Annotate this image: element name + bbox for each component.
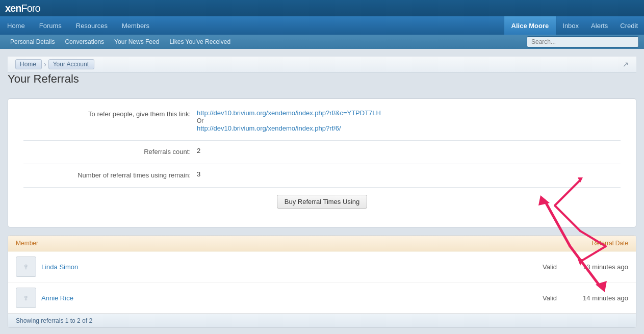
subnav-conversations[interactable]: Conversations [60, 35, 109, 49]
avatar-icon-linda: ♀ [22, 262, 30, 272]
referral-link-label: To refer people, give them this link: [23, 109, 197, 118]
referral-link-2[interactable]: http://dev10.brivium.org/xendemo/index.p… [197, 124, 381, 132]
breadcrumb-items-top: Home › Your Account [15, 59, 94, 69]
divider-1 [23, 140, 621, 141]
logo: xenForo [5, 3, 40, 14]
avatar-icon-annie: ♀ [22, 293, 30, 303]
member-name-linda[interactable]: Linda Simon [41, 263, 526, 271]
table-row: ♀ Annie Rice Valid 14 minutes ago [8, 282, 636, 314]
referral-count-value: 2 [197, 147, 200, 155]
main-content: Home › Your Account ↗ Your Referrals To … [0, 49, 644, 334]
breadcrumb-sep-top: › [44, 60, 46, 68]
nav-resources[interactable]: Resources [69, 16, 115, 35]
buy-button-row: Buy Referral Times Using [23, 194, 621, 209]
sub-nav: Personal Details Conversations Your News… [0, 35, 644, 49]
breadcrumb-account-top[interactable]: Your Account [48, 59, 94, 69]
referral-link-values: http://dev10.brivium.org/xendemo/index.p… [197, 109, 381, 132]
member-name-annie[interactable]: Annie Rice [41, 294, 526, 302]
content-wrapper: To refer people, give them this link: ht… [8, 98, 636, 328]
search-input[interactable] [527, 36, 639, 47]
divider-2 [23, 164, 621, 164]
logo-foro: Foro [21, 3, 40, 14]
referral-link-or: Or [197, 117, 203, 124]
nav-user[interactable]: Alice Moore [504, 16, 557, 35]
breadcrumb-expand-icon-top[interactable]: ↗ [623, 60, 629, 68]
divider-3 [23, 187, 621, 188]
nav-credit[interactable]: Credit [614, 16, 644, 35]
search-bar [527, 36, 639, 47]
th-date: Referral Date [592, 240, 628, 247]
top-bar: xenForo [0, 0, 644, 16]
nav-home[interactable]: Home [0, 16, 32, 35]
table-header: Member Referral Date [8, 236, 636, 251]
table-row: ♀ Linda Simon Valid 13 minutes ago [8, 251, 636, 282]
subnav-news-feed[interactable]: Your News Feed [109, 35, 164, 49]
referral-count-row: Referrals count: 2 [23, 147, 621, 156]
buy-referral-button[interactable]: Buy Referral Times Using [277, 195, 367, 209]
member-date-linda: 13 minutes ago [567, 263, 628, 271]
referral-remain-value: 3 [197, 170, 200, 178]
referral-count-label: Referrals count: [23, 147, 197, 156]
member-status-linda: Valid [526, 263, 557, 271]
table-section: Member Referral Date ♀ Linda Simon Valid… [8, 235, 636, 328]
member-date-annie: 14 minutes ago [567, 294, 628, 302]
nav-right: Alice Moore Inbox Alerts Credit [504, 16, 644, 35]
referral-link-row: To refer people, give them this link: ht… [23, 109, 621, 132]
subnav-personal-details[interactable]: Personal Details [5, 35, 60, 49]
nav-forums[interactable]: Forums [32, 16, 69, 35]
breadcrumb-home-top[interactable]: Home [15, 59, 42, 69]
th-member: Member [16, 240, 592, 247]
nav-alerts[interactable]: Alerts [585, 16, 614, 35]
nav-members[interactable]: Members [115, 16, 157, 35]
table-footer: Showing referrals 1 to 2 of 2 [8, 314, 636, 327]
page-title: Your Referrals [8, 72, 636, 88]
referral-remain-row: Number of referral times using remain: 3 [23, 170, 621, 179]
nav-inbox[interactable]: Inbox [556, 16, 585, 35]
nav-bar: Home Forums Resources Members Alice Moor… [0, 16, 644, 35]
breadcrumb-top: Home › Your Account ↗ [8, 57, 636, 72]
logo-xen: xen [5, 3, 21, 14]
referral-remain-label: Number of referral times using remain: [23, 170, 197, 179]
avatar-annie: ♀ [16, 288, 36, 308]
info-section: To refer people, give them this link: ht… [8, 98, 636, 227]
referral-link-1[interactable]: http://dev10.brivium.org/xendemo/index.p… [197, 109, 381, 117]
nav-left: Home Forums Resources Members [0, 16, 157, 35]
avatar-linda: ♀ [16, 256, 36, 277]
subnav-likes[interactable]: Likes You've Received [164, 35, 236, 49]
member-status-annie: Valid [526, 294, 557, 302]
